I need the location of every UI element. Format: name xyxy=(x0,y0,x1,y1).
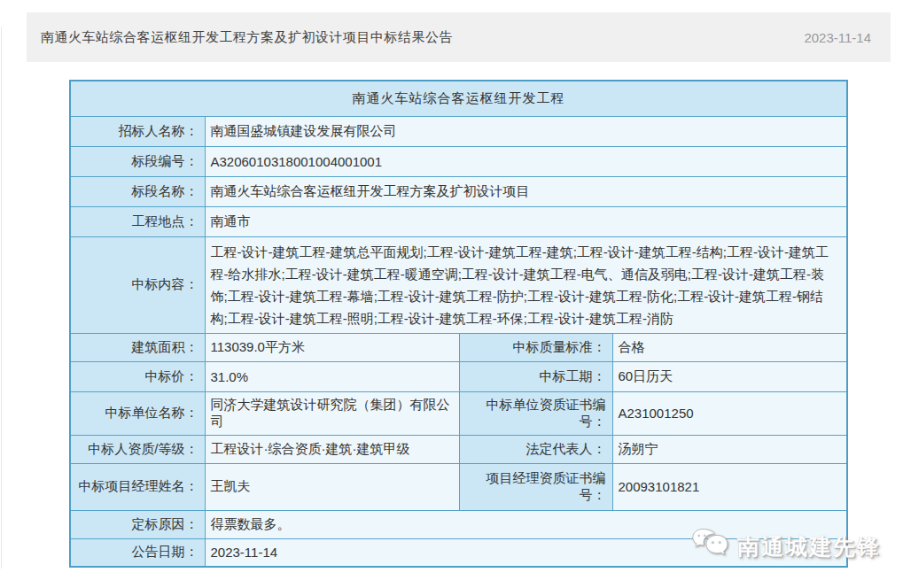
legal-rep-label: 法定代表人： xyxy=(459,435,612,463)
table-title-row: 南通火车站综合客运枢纽开发工程 xyxy=(70,81,847,116)
table-row: 中标价： 31.0% 中标工期： 60日历天 xyxy=(70,361,847,391)
announcement-title: 南通火车站综合客运枢纽开发工程方案及扩初设计项目中标结果公告 xyxy=(41,29,453,46)
table-row: 招标人名称： 南通国盛城镇建设发展有限公司 xyxy=(70,116,847,146)
section-name-value: 南通火车站综合客运枢纽开发工程方案及扩初设计项目 xyxy=(205,176,847,206)
bid-price-value: 31.0% xyxy=(205,361,459,391)
winner-cert-label: 中标单位资质证书编号： xyxy=(459,391,612,435)
table-row: 中标项目经理姓名： 王凯夫 项目经理资质证书编号： 20093101821 xyxy=(70,463,847,510)
table-row: 标段名称： 南通火车站综合客运枢纽开发工程方案及扩初设计项目 xyxy=(70,176,847,206)
table-row: 中标内容： 工程-设计-建筑工程-建筑总平面规划;工程-设计-建筑工程-建筑;工… xyxy=(70,236,847,333)
project-location-label: 工程地点： xyxy=(70,206,205,236)
project-title: 南通火车站综合客运枢纽开发工程 xyxy=(70,81,847,116)
legal-rep-value: 汤朔宁 xyxy=(612,435,847,463)
publish-date-label: 公告日期： xyxy=(70,538,205,567)
winner-cert-value: A231001250 xyxy=(612,391,847,435)
quality-standard-value: 合格 xyxy=(612,333,847,361)
table-row: 工程地点： 南通市 xyxy=(70,206,847,236)
qualification-value: 工程设计·综合资质·建筑·建筑甲级 xyxy=(205,435,459,463)
building-area-value: 113039.0平方米 xyxy=(205,333,459,361)
award-reason-label: 定标原因： xyxy=(70,510,205,538)
section-number-value: A3206010318001004001001 xyxy=(205,146,847,176)
bidder-name-value: 南通国盛城镇建设发展有限公司 xyxy=(205,116,847,146)
project-location-value: 南通市 xyxy=(205,206,847,236)
wechat-icon xyxy=(691,527,732,566)
section-name-label: 标段名称： xyxy=(70,176,205,206)
qualification-label: 中标人资质/等级： xyxy=(70,435,205,463)
page-left-edge-line xyxy=(1,27,2,569)
quality-standard-label: 中标质量标准： xyxy=(459,333,612,361)
bid-price-label: 中标价： xyxy=(70,361,205,391)
duration-value: 60日历天 xyxy=(612,361,847,391)
building-area-label: 建筑面积： xyxy=(70,333,205,361)
project-manager-value: 王凯夫 xyxy=(205,463,459,510)
award-content-label: 中标内容： xyxy=(70,236,205,333)
bid-result-table: 南通火车站综合客运枢纽开发工程 招标人名称： 南通国盛城镇建设发展有限公司 标段… xyxy=(69,80,848,568)
manager-cert-value: 20093101821 xyxy=(612,463,847,510)
table-row: 中标单位名称： 同济大学建筑设计研究院（集团）有限公司 中标单位资质证书编号： … xyxy=(70,391,847,435)
watermark-text: 南通城建先锋 xyxy=(737,532,881,561)
winner-name-label: 中标单位名称： xyxy=(70,391,205,435)
table-row: 中标人资质/等级： 工程设计·综合资质·建筑·建筑甲级 法定代表人： 汤朔宁 xyxy=(70,435,847,463)
winner-name-value: 同济大学建筑设计研究院（集团）有限公司 xyxy=(205,391,459,435)
award-content-value: 工程-设计-建筑工程-建筑总平面规划;工程-设计-建筑工程-建筑;工程-设计-建… xyxy=(205,236,847,333)
duration-label: 中标工期： xyxy=(459,361,612,391)
table-row: 建筑面积： 113039.0平方米 中标质量标准： 合格 xyxy=(70,333,847,361)
bidder-name-label: 招标人名称： xyxy=(70,116,205,146)
section-number-label: 标段编号： xyxy=(70,146,205,176)
table-row: 标段编号： A3206010318001004001001 xyxy=(70,146,847,176)
announcement-header: 南通火车站综合客运枢纽开发工程方案及扩初设计项目中标结果公告 2023-11-1… xyxy=(27,12,891,62)
watermark: 南通城建先锋 xyxy=(691,527,881,566)
project-manager-label: 中标项目经理姓名： xyxy=(70,463,205,510)
announcement-date: 2023-11-14 xyxy=(804,30,871,45)
manager-cert-label: 项目经理资质证书编号： xyxy=(459,463,612,510)
